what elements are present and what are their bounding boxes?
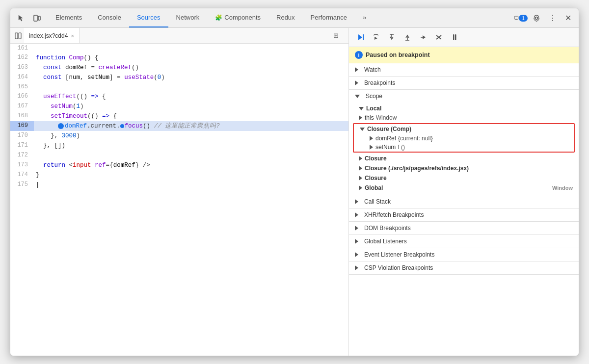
watch-section-header[interactable]: Watch bbox=[349, 63, 579, 76]
closure-comp-triangle bbox=[360, 128, 365, 131]
watch-label: Watch bbox=[364, 66, 381, 73]
file-tab-close[interactable]: × bbox=[71, 33, 74, 39]
resume-button[interactable] bbox=[354, 31, 367, 44]
top-bar-icons bbox=[14, 11, 44, 25]
dom-breakpoints-section: DOM Breakpoints bbox=[349, 222, 579, 235]
device-toolbar-icon[interactable] bbox=[30, 11, 44, 25]
watch-section: Watch bbox=[349, 63, 579, 77]
settings-icon[interactable] bbox=[530, 11, 543, 25]
breakpoints-section-header[interactable]: Breakpoints bbox=[349, 77, 579, 89]
breakpoints-label: Breakpoints bbox=[364, 79, 395, 86]
closure1-header[interactable]: Closure bbox=[349, 154, 579, 163]
closure2-header[interactable]: Closure bbox=[349, 173, 579, 183]
closure-src-label: Closure (./src/js/pages/refs/index.jsx) bbox=[365, 165, 469, 172]
tab-components[interactable]: 🧩 Components bbox=[207, 8, 268, 27]
scope-item-domref[interactable]: domRef {current: null} bbox=[354, 134, 574, 143]
global-label: Global bbox=[365, 184, 383, 191]
event-listeners-header[interactable]: Event Listener Breakpoints bbox=[349, 248, 579, 261]
local-group-header[interactable]: Local bbox=[349, 104, 579, 113]
closure-comp-group: Closure (Comp) domRef {current: null} se… bbox=[353, 123, 575, 153]
global-listeners-label: Global Listeners bbox=[364, 238, 407, 245]
chat-icon[interactable]: 1 bbox=[514, 11, 528, 25]
file-tab-name: index.jsx?cdd4 bbox=[29, 32, 68, 39]
close-icon[interactable]: ✕ bbox=[561, 11, 575, 25]
step-over-button[interactable] bbox=[370, 31, 382, 44]
code-line-170: 170 }, 3000) bbox=[10, 131, 348, 141]
closure-src-header[interactable]: Closure (./src/js/pages/refs/index.jsx) bbox=[349, 163, 579, 173]
xhr-fetch-triangle bbox=[355, 212, 358, 217]
closure2-label: Closure bbox=[365, 175, 387, 182]
tab-console[interactable]: Console bbox=[90, 8, 129, 27]
csp-triangle bbox=[355, 265, 358, 270]
code-line-163: 163 const domRef = createRef() bbox=[10, 63, 348, 73]
components-icon: 🧩 bbox=[215, 14, 222, 21]
code-line-167: 167 setNum(1) bbox=[10, 102, 348, 111]
code-line-161: 161 bbox=[10, 44, 348, 53]
code-line-164: 164 const [num, setNum] = useState(0) bbox=[10, 73, 348, 82]
tab-redux[interactable]: Redux bbox=[268, 8, 303, 27]
svg-point-3 bbox=[535, 17, 538, 19]
info-icon: i bbox=[355, 51, 363, 59]
global-value: Window bbox=[552, 185, 573, 191]
closure1-label: Closure bbox=[365, 155, 387, 162]
tab-more[interactable]: » bbox=[355, 8, 374, 27]
csp-header[interactable]: CSP Violation Breakpoints bbox=[349, 261, 579, 274]
scope-content: Local this Window Closure (Comp) bbox=[349, 103, 579, 195]
this-value: Window bbox=[376, 114, 397, 121]
file-tab-index[interactable]: index.jsx?cdd4 × bbox=[24, 28, 80, 43]
split-editor-icon[interactable]: ⊞ bbox=[329, 29, 343, 43]
event-listeners-section: Event Listener Breakpoints bbox=[349, 248, 579, 261]
step-into-button[interactable] bbox=[385, 31, 398, 44]
scope-item-setnum[interactable]: setNum f () bbox=[354, 143, 574, 152]
xhr-fetch-header[interactable]: XHR/fetch Breakpoints bbox=[349, 208, 579, 221]
tab-network[interactable]: Network bbox=[168, 8, 208, 27]
code-line-166: 166 useEffect(() => { bbox=[10, 92, 348, 102]
dom-breakpoints-label: DOM Breakpoints bbox=[364, 225, 411, 232]
csp-section: CSP Violation Breakpoints bbox=[349, 261, 579, 275]
domref-value: {current: null} bbox=[398, 135, 433, 142]
paused-message: Paused on breakpoint bbox=[366, 52, 430, 58]
code-line-171: 171 }, []) bbox=[10, 141, 348, 151]
step-button[interactable] bbox=[417, 31, 429, 44]
svg-rect-2 bbox=[514, 16, 518, 19]
tabs: Elements Console Sources Network 🧩 Compo… bbox=[48, 8, 510, 27]
code-editor: 161 162 function Comp() { 163 const domR… bbox=[10, 44, 348, 356]
closure1-triangle bbox=[359, 156, 362, 161]
step-out-button[interactable] bbox=[401, 31, 414, 44]
svg-rect-7 bbox=[363, 34, 364, 40]
scope-triangle bbox=[355, 95, 360, 98]
event-listeners-label: Event Listener Breakpoints bbox=[364, 251, 434, 258]
event-listeners-triangle bbox=[355, 252, 358, 257]
inspect-icon[interactable] bbox=[14, 11, 28, 25]
file-tab-bar: index.jsx?cdd4 × ⊞ bbox=[10, 28, 348, 44]
xhr-fetch-section: XHR/fetch Breakpoints bbox=[349, 208, 579, 222]
dom-breakpoints-triangle bbox=[355, 226, 358, 231]
svg-rect-1 bbox=[38, 16, 40, 20]
file-navigator-toggle[interactable] bbox=[12, 30, 24, 42]
global-header[interactable]: Global Window bbox=[349, 183, 579, 193]
dom-breakpoints-header[interactable]: DOM Breakpoints bbox=[349, 222, 579, 234]
pause-exceptions-button[interactable] bbox=[448, 31, 461, 44]
tab-elements[interactable]: Elements bbox=[48, 8, 90, 27]
scope-item-this[interactable]: this Window bbox=[349, 113, 579, 122]
svg-rect-5 bbox=[19, 33, 21, 39]
setnum-triangle bbox=[370, 145, 373, 150]
debug-toolbar bbox=[349, 28, 579, 47]
tab-performance[interactable]: Performance bbox=[303, 8, 355, 27]
code-line-174: 174 } bbox=[10, 170, 348, 180]
deactivate-button[interactable] bbox=[432, 31, 445, 44]
svg-rect-0 bbox=[34, 15, 37, 21]
closure-src-triangle bbox=[359, 166, 362, 171]
local-label: Local bbox=[366, 105, 381, 112]
call-stack-header[interactable]: Call Stack bbox=[349, 195, 579, 208]
scope-section-header[interactable]: Scope bbox=[349, 90, 579, 103]
more-options-icon[interactable]: ⋮ bbox=[545, 11, 559, 25]
closure-comp-header[interactable]: Closure (Comp) bbox=[354, 124, 574, 134]
tab-sources[interactable]: Sources bbox=[129, 8, 168, 27]
watch-triangle bbox=[355, 67, 358, 72]
code-line-169: 169 domRef.current.focus() // 这里能正常聚焦吗? bbox=[10, 121, 348, 131]
global-triangle bbox=[359, 185, 362, 190]
paused-banner: i Paused on breakpoint bbox=[349, 47, 579, 63]
global-listeners-header[interactable]: Global Listeners bbox=[349, 235, 579, 248]
breakpoints-section: Breakpoints bbox=[349, 77, 579, 90]
